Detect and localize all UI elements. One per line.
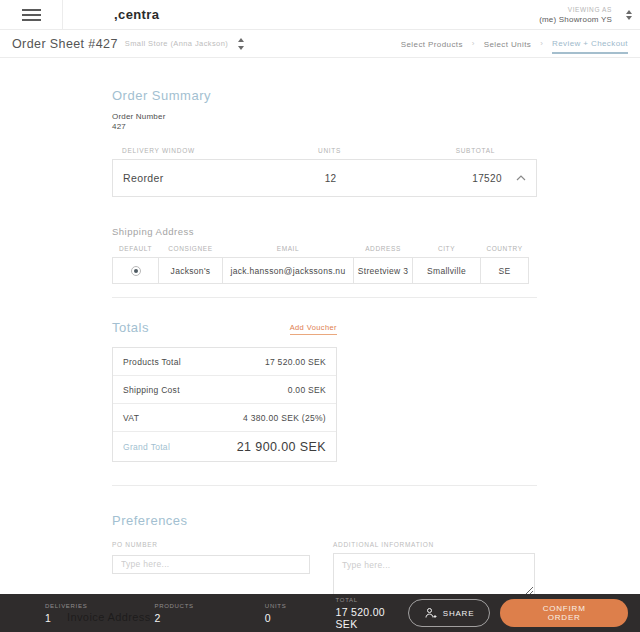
viewing-as-label: VIEWING AS <box>539 6 612 13</box>
totals-row-vat: VAT 4 380.00 SEK (25%) <box>113 404 336 432</box>
column-consignee: CONSIGNEE <box>159 245 223 258</box>
viewing-as-value: (me) Showroom YS <box>539 15 612 24</box>
shipping-address-row: Jackson's jack.hansson@jackssons.nu Stre… <box>113 258 529 284</box>
consignee-cell: Jackson's <box>159 258 223 284</box>
preferences-heading: Preferences <box>112 513 537 528</box>
city-cell: Smallville <box>413 258 481 284</box>
default-address-radio[interactable] <box>131 266 141 276</box>
order-number-label: Order Number <box>112 112 537 121</box>
order-sheet-title: Order Sheet #427 <box>12 37 118 51</box>
totals-row-products-total: Products Total 17 520.00 SEK <box>113 348 336 376</box>
additional-information-textarea[interactable] <box>333 553 535 594</box>
step-separator-icon: › <box>540 39 543 48</box>
column-units: UNITS <box>297 147 362 154</box>
totals-row-shipping-cost: Shipping Cost 0.00 SEK <box>113 376 336 404</box>
stat-total: TOTAL 17 520.00 SEK <box>336 597 408 630</box>
country-cell: SE <box>481 258 529 284</box>
top-bar: ,centra VIEWING AS (me) Showroom YS <box>0 0 640 30</box>
checkout-steps: Select Products › Select Units › Review … <box>401 33 628 54</box>
delivery-window-table-header: DELIVERY WINDOW UNITS SUBTOTAL <box>112 147 537 159</box>
person-share-icon <box>424 607 437 620</box>
additional-information-label: ADDITIONAL INFORMATION <box>333 541 535 548</box>
centra-logo[interactable]: ,centra <box>114 7 159 22</box>
order-review-page: ,centra VIEWING AS (me) Showroom YS Orde… <box>0 0 640 632</box>
viewing-as-selector[interactable]: VIEWING AS (me) Showroom YS <box>539 6 640 24</box>
step-select-units[interactable]: Select Units <box>484 34 531 53</box>
totals-row-grand-total: Grand Total 21 900.00 SEK <box>113 432 336 461</box>
main-content: Order Summary Order Number 427 DELIVERY … <box>0 58 640 594</box>
hamburger-menu-icon[interactable] <box>0 0 63 30</box>
chevron-updown-icon <box>626 10 632 20</box>
order-number-value: 427 <box>112 122 537 131</box>
step-select-products[interactable]: Select Products <box>401 34 463 53</box>
column-city: CITY <box>413 245 481 258</box>
delivery-window-subtotal: 17520 <box>363 173 516 184</box>
confirm-order-button[interactable]: CONFIRM ORDER <box>500 599 628 627</box>
po-number-input[interactable] <box>112 555 310 574</box>
step-review-checkout[interactable]: Review + Checkout <box>552 33 628 54</box>
delivery-window-name: Reorder <box>123 172 298 184</box>
checkout-bottom-bar: Invoice Address DELIVERIES 1 PRODUCTS 2 … <box>0 594 640 632</box>
stat-deliveries: DELIVERIES 1 <box>45 603 154 624</box>
column-subtotal: SUBTOTAL <box>362 147 527 154</box>
stat-products: PRODUCTS 2 <box>154 603 264 624</box>
column-email: EMAIL <box>223 245 354 258</box>
address-cell: Streetview 3 <box>354 258 413 284</box>
po-number-label: PO NUMBER <box>112 541 333 548</box>
column-address: ADDRESS <box>354 245 413 258</box>
stat-units: UNITS 0 <box>265 603 336 624</box>
order-sheet-store: Small Store (Anna Jackson) <box>125 39 228 48</box>
order-sheet-switcher-icon[interactable] <box>238 38 244 50</box>
section-divider <box>112 485 537 486</box>
step-separator-icon: › <box>472 39 475 48</box>
collapse-row-chevron-icon[interactable] <box>516 175 526 181</box>
add-voucher-link[interactable]: Add Voucher <box>290 323 337 335</box>
order-sheet-header: Order Sheet #427 Small Store (Anna Jacks… <box>0 30 640 58</box>
totals-table: Products Total 17 520.00 SEK Shipping Co… <box>112 347 337 462</box>
shipping-address-table: DEFAULT CONSIGNEE EMAIL ADDRESS CITY COU… <box>112 245 529 284</box>
shipping-address-heading: Shipping Address <box>112 226 537 237</box>
column-default: DEFAULT <box>113 245 159 258</box>
share-button[interactable]: SHARE <box>408 599 491 627</box>
order-summary-heading: Order Summary <box>112 88 537 103</box>
delivery-window-row: Reorder 12 17520 <box>112 159 537 197</box>
section-divider <box>112 297 537 298</box>
column-country: COUNTRY <box>481 245 529 258</box>
delivery-window-units: 12 <box>298 173 363 184</box>
totals-heading: Totals <box>112 320 149 335</box>
email-cell: jack.hansson@jackssons.nu <box>223 258 354 284</box>
column-delivery-window: DELIVERY WINDOW <box>122 147 297 154</box>
